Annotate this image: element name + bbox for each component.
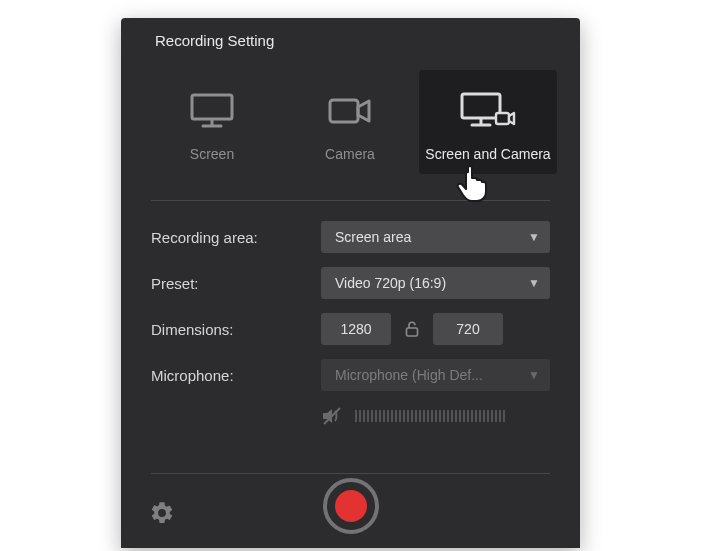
preset-label: Preset: (151, 275, 321, 292)
chevron-down-icon: ▼ (528, 368, 540, 382)
svg-rect-0 (192, 95, 232, 119)
chevron-down-icon: ▼ (528, 230, 540, 244)
dimensions-label: Dimensions: (151, 321, 321, 338)
monitor-camera-icon (459, 70, 517, 146)
svg-rect-7 (496, 113, 509, 124)
panel-title: Recording Setting (155, 32, 274, 49)
preset-select[interactable]: Video 720p (16:9) ▼ (321, 267, 550, 299)
svg-rect-3 (330, 100, 358, 122)
mode-tab-screen[interactable]: Screen (143, 70, 281, 174)
speaker-muted-icon (321, 406, 343, 426)
divider (151, 200, 550, 201)
bottom-bar (121, 474, 580, 548)
height-input[interactable]: 720 (433, 313, 503, 345)
record-icon (335, 490, 367, 522)
lock-aspect-toggle[interactable] (401, 315, 423, 343)
mute-toggle[interactable] (321, 406, 343, 426)
camera-icon (327, 70, 373, 146)
mode-tab-camera[interactable]: Camera (281, 70, 419, 174)
lock-open-icon (404, 320, 420, 338)
select-value: Microphone (High Def... (335, 367, 483, 383)
recording-settings-panel: Recording Setting Screen (121, 18, 580, 548)
select-value: Video 720p (16:9) (335, 275, 446, 291)
height-value: 720 (456, 321, 479, 337)
microphone-select[interactable]: Microphone (High Def... ▼ (321, 359, 550, 391)
recording-area-label: Recording area: (151, 229, 321, 246)
record-button[interactable] (323, 478, 379, 534)
mode-tab-screen-and-camera[interactable]: Screen and Camera (419, 70, 557, 174)
select-value: Screen area (335, 229, 411, 245)
svg-rect-8 (407, 328, 418, 336)
settings-button[interactable] (149, 500, 175, 526)
gear-icon (149, 500, 175, 526)
width-input[interactable]: 1280 (321, 313, 391, 345)
chevron-down-icon: ▼ (528, 276, 540, 290)
recording-area-select[interactable]: Screen area ▼ (321, 221, 550, 253)
mode-label: Screen (190, 146, 234, 174)
audio-level-meter (355, 410, 550, 422)
svg-rect-4 (462, 94, 500, 118)
width-value: 1280 (340, 321, 371, 337)
mode-label: Camera (325, 146, 375, 174)
microphone-label: Microphone: (151, 367, 321, 384)
recording-mode-tabs: Screen Camera (143, 70, 558, 174)
monitor-icon (189, 70, 235, 146)
mode-label: Screen and Camera (425, 146, 550, 174)
